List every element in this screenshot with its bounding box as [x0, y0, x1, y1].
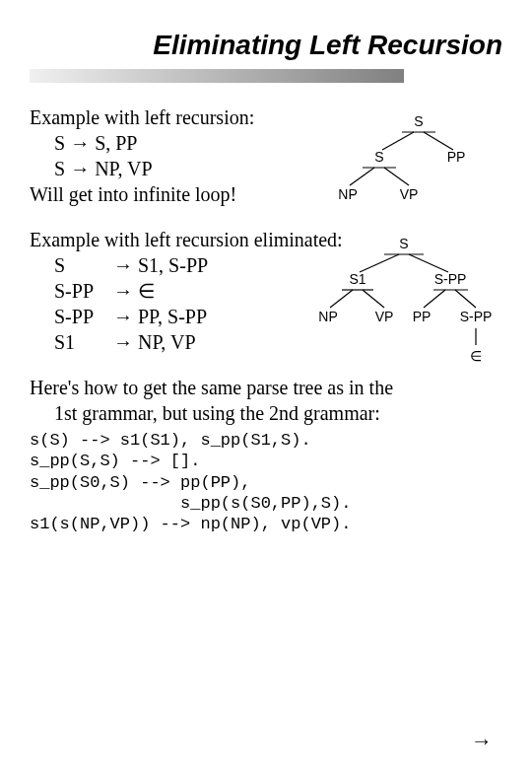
code-line: s(S) --> s1(S1), s_pp(S1,S). — [30, 430, 502, 451]
rule-rhs: PP, S-PP — [133, 304, 207, 329]
svg-line-3 — [424, 132, 453, 150]
rule-rhs: NP, VP — [133, 329, 196, 355]
arrow-icon: → — [113, 278, 133, 304]
svg-text:S1: S1 — [349, 271, 366, 287]
rule2-rhs: NP, VP — [95, 158, 153, 179]
code-line: s_pp(s(S0,PP),S). — [30, 493, 502, 514]
svg-text:PP: PP — [447, 149, 466, 165]
svg-line-12 — [360, 254, 399, 272]
content-area: Example with left recursion: S → S, PP S… — [30, 105, 502, 534]
example-block-1: Example with left recursion: S → S, PP S… — [30, 105, 502, 207]
tree2-svg: S S1 S-PP NP VP PP S-PP — [310, 235, 498, 378]
svg-line-6 — [350, 168, 374, 185]
code-line: s_pp(S,S) --> []. — [30, 451, 502, 471]
rule-lhs: S — [54, 252, 113, 278]
code-line: s1(s(NP,VP)) --> np(NP), vp(VP). — [30, 514, 502, 534]
arrow-icon: → — [113, 304, 133, 329]
rule-lhs: S-PP — [54, 304, 113, 329]
arrow-icon: → — [70, 158, 90, 179]
rule-lhs: S-PP — [54, 278, 113, 304]
rule2-lhs: S — [54, 158, 65, 179]
svg-text:NP: NP — [318, 309, 337, 324]
section3-heading-a: Here's how to get the same parse tree as… — [30, 375, 502, 400]
example-block-3: Here's how to get the same parse tree as… — [30, 375, 502, 534]
svg-line-14 — [409, 254, 448, 272]
code-line: s_pp(S0,S) --> pp(PP), — [30, 472, 502, 493]
svg-text:VP: VP — [400, 186, 419, 202]
svg-text:PP: PP — [413, 309, 432, 324]
svg-line-24 — [455, 290, 476, 308]
rule1-rhs: S, PP — [95, 132, 137, 154]
example-block-2: Example with left recursion eliminated: … — [30, 227, 502, 355]
svg-text:VP: VP — [375, 309, 394, 324]
tree-1: S S PP NP VP — [325, 112, 473, 213]
arrow-icon: → — [113, 329, 133, 355]
svg-line-17 — [330, 290, 353, 308]
arrow-icon: → — [113, 252, 133, 278]
svg-text:NP: NP — [338, 186, 357, 202]
svg-line-22 — [424, 290, 445, 308]
slide-title: Eliminating Left Recursion — [30, 30, 502, 61]
rule1-lhs: S — [54, 132, 65, 154]
slide-container: Eliminating Left Recursion Example with … — [0, 0, 532, 554]
svg-text:S: S — [399, 236, 408, 251]
tree-2: S S1 S-PP NP VP PP S-PP — [310, 235, 498, 380]
svg-text:S-PP: S-PP — [434, 271, 467, 287]
svg-text:∈: ∈ — [470, 348, 482, 364]
svg-line-8 — [384, 168, 409, 185]
svg-line-1 — [382, 132, 414, 150]
section3-heading-b: 1st grammar, but using the 2nd grammar: — [30, 400, 502, 426]
svg-line-19 — [363, 290, 384, 308]
title-underline — [30, 69, 404, 83]
rule-rhs: ∈ — [133, 278, 155, 304]
svg-text:S: S — [414, 113, 423, 129]
tree1-svg: S S PP NP VP — [325, 112, 473, 211]
next-arrow-icon[interactable]: → — [471, 729, 493, 754]
rule-lhs: S1 — [54, 329, 113, 355]
code-block: s(S) --> s1(S1), s_pp(S1,S). s_pp(S,S) -… — [30, 430, 502, 534]
svg-text:S-PP: S-PP — [460, 309, 493, 324]
arrow-icon: → — [70, 132, 90, 154]
svg-text:S: S — [374, 149, 383, 165]
rule-rhs: S1, S-PP — [133, 252, 208, 278]
